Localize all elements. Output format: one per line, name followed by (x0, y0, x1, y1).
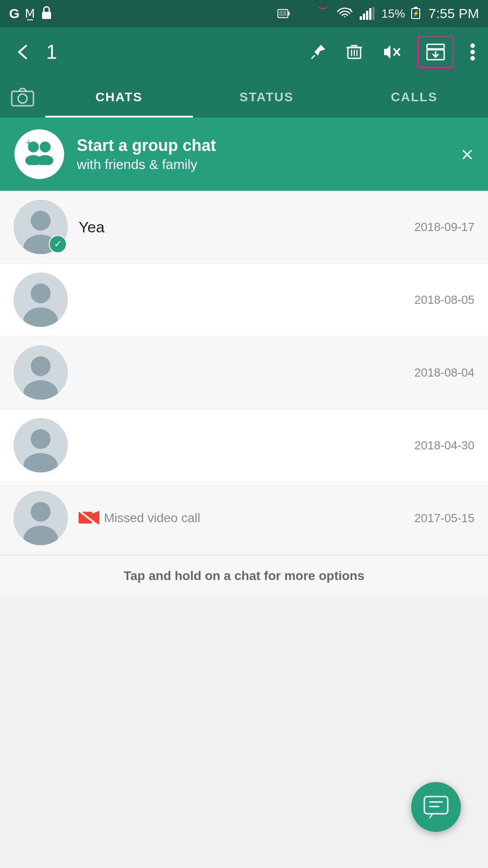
navigation-tabs: CHATS STATUS CALLS (0, 77, 488, 118)
chat-meta: 2018-09-17 (414, 220, 474, 234)
avatar-wrap: ✓ (14, 200, 68, 254)
chat-meta: 2018-04-30 (414, 439, 474, 453)
selected-count: 1 (46, 41, 57, 63)
svg-text:🔕: 🔕 (316, 7, 330, 9)
mail-icon: M̲ (25, 7, 35, 21)
avatar (14, 491, 68, 545)
avatar-wrap (14, 418, 68, 472)
svg-point-51 (31, 502, 51, 522)
chat-info: Missed video call (79, 510, 404, 526)
svg-rect-25 (427, 44, 444, 49)
svg-point-28 (470, 43, 475, 48)
mute-status-icon: 🔕 (316, 7, 330, 20)
svg-rect-10 (366, 11, 368, 20)
status-left-icons: G M̲ (9, 5, 53, 22)
battery-percent: 15% (381, 7, 405, 21)
svg-rect-12 (372, 7, 375, 20)
chat-item[interactable]: 2018-08-05 (0, 264, 488, 336)
tab-chats[interactable]: CHATS (45, 77, 193, 118)
svg-text:♻: ♻ (296, 7, 307, 9)
chat-date: 2017-05-15 (414, 511, 474, 525)
group-banner-subtitle: with friends & family (77, 157, 448, 172)
group-banner-title: Start a group chat (77, 136, 448, 155)
avatar-wrap (14, 345, 68, 400)
chat-item[interactable]: 2018-08-04 (0, 336, 488, 409)
svg-text:!: ! (282, 11, 284, 16)
svg-point-42 (31, 283, 51, 303)
svg-rect-53 (79, 512, 92, 524)
svg-rect-14 (414, 7, 418, 9)
check-badge: ✓ (49, 235, 67, 253)
svg-text:⚡: ⚡ (413, 10, 419, 17)
svg-point-39 (31, 211, 51, 231)
svg-point-48 (31, 429, 51, 449)
chat-item[interactable]: ✓ Yea 2018-09-17 (0, 191, 488, 264)
svg-point-36 (37, 155, 53, 165)
avatar (14, 418, 68, 472)
google-icon: G (9, 6, 19, 21)
camera-button[interactable] (0, 87, 45, 108)
avatar-wrap (14, 273, 68, 327)
svg-point-34 (40, 142, 51, 152)
status-time: 7:55 PM (428, 6, 479, 21)
svg-rect-0 (42, 12, 51, 19)
recycle-icon: ♻ (296, 7, 310, 20)
action-bar: 1 (0, 27, 488, 77)
battery-alert-icon: ! (277, 7, 290, 20)
svg-point-32 (18, 94, 27, 103)
svg-rect-2 (288, 12, 290, 15)
bottom-hint: Tap and hold on a chat for more options (0, 555, 488, 597)
new-chat-fab[interactable] (411, 782, 461, 832)
chat-date: 2018-09-17 (414, 220, 474, 234)
chat-preview: Missed video call (79, 510, 404, 526)
chat-name: Yea (79, 218, 404, 236)
mute-button[interactable] (380, 42, 401, 62)
charging-icon: ⚡ (411, 7, 422, 20)
svg-rect-11 (369, 8, 371, 20)
svg-point-30 (470, 56, 475, 61)
avatar (14, 273, 68, 327)
avatar (14, 345, 68, 400)
chat-info: Yea (79, 218, 404, 236)
signal-icon (360, 7, 375, 20)
delete-button[interactable] (344, 42, 364, 62)
wifi-icon (336, 7, 353, 20)
missed-call-text: Missed video call (104, 511, 200, 525)
svg-rect-8 (360, 16, 362, 20)
svg-rect-56 (424, 797, 448, 814)
back-button[interactable] (13, 42, 33, 62)
archive-button[interactable] (418, 36, 454, 68)
svg-line-16 (312, 56, 314, 58)
chat-meta: 2017-05-15 (414, 511, 474, 525)
chat-date: 2018-08-05 (414, 293, 474, 307)
chat-date: 2018-04-30 (414, 439, 474, 453)
chat-item[interactable]: Missed video call 2017-05-15 (0, 482, 488, 555)
tab-calls[interactable]: CALLS (340, 77, 488, 118)
avatar-wrap (14, 491, 68, 545)
banner-close-button[interactable]: × (461, 142, 474, 167)
svg-point-45 (31, 356, 51, 376)
pin-button[interactable] (308, 42, 328, 62)
group-banner-text: Start a group chat with friends & family (77, 136, 448, 172)
svg-line-7 (350, 9, 352, 11)
status-right-icons: ! ♻ 🔕 15% ⚡ (277, 6, 479, 21)
more-options-button[interactable] (470, 42, 475, 62)
svg-text:+: + (26, 138, 32, 148)
chat-meta: 2018-08-05 (414, 293, 474, 307)
lock-icon (40, 5, 53, 22)
status-bar: G M̲ ! ♻ 🔕 (0, 0, 488, 27)
chat-date: 2018-08-04 (414, 366, 474, 380)
chat-list: ✓ Yea 2018-09-17 2018-08-05 (0, 191, 488, 555)
svg-point-29 (470, 50, 475, 54)
missed-video-icon (79, 510, 99, 526)
group-icon: + (14, 129, 64, 179)
tab-status[interactable]: STATUS (193, 77, 341, 118)
chat-meta: 2018-08-04 (414, 366, 474, 380)
group-chat-banner[interactable]: + Start a group chat with friends & fami… (0, 118, 488, 191)
svg-rect-9 (363, 14, 365, 20)
chat-item[interactable]: 2018-04-30 (0, 409, 488, 482)
